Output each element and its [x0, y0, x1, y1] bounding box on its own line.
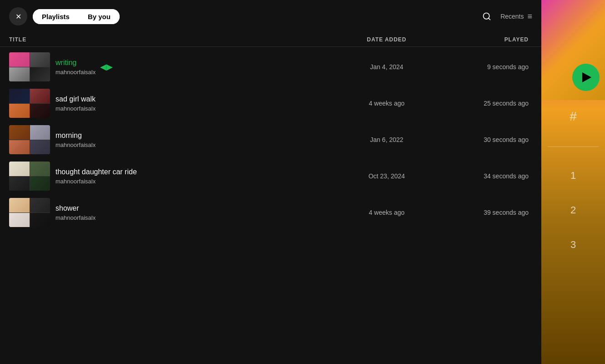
list-icon: ≡: [527, 12, 532, 21]
thumb-cell: [30, 140, 50, 155]
thumb-cell: [9, 67, 30, 82]
playlist-owner: mahnoorfaisalx: [55, 178, 137, 185]
thumb-cell: [9, 213, 30, 228]
playlist-info: sad girl walk mahnoorfaisalx: [50, 95, 341, 112]
table-row[interactable]: morning mahnoorfaisalx Jan 6, 2022 30 se…: [0, 121, 541, 158]
thumb-cell: [9, 198, 30, 212]
thumb-cell: [30, 52, 50, 67]
playlist-name: shower: [55, 204, 96, 212]
table-row[interactable]: thought daughter car ride mahnoorfaisalx…: [0, 158, 541, 194]
thumb-cell: [9, 104, 30, 118]
playlist-info: shower mahnoorfaisalx: [50, 204, 341, 221]
table-row[interactable]: writing mahnoorfaisalx ◀▶ Jan 4, 2024 9 …: [0, 49, 541, 85]
table-row[interactable]: shower mahnoorfaisalx 4 weeks ago 39 sec…: [0, 194, 541, 231]
playlist-name: writing: [55, 59, 96, 67]
filter-playlists[interactable]: Playlists: [33, 9, 79, 24]
now-playing-art: [541, 0, 605, 100]
date-cell: Oct 23, 2024: [341, 172, 432, 180]
sidebar-numbers: # 1 2 3: [541, 100, 605, 260]
playlist-owner: mahnoorfaisalx: [55, 214, 96, 221]
playlist-owner: mahnoorfaisalx: [55, 69, 96, 76]
playlist-thumbnail: [9, 162, 50, 191]
filter-pill: Playlists By you: [33, 9, 120, 24]
thumb-cell: [30, 89, 50, 103]
thumb-cell: [30, 125, 50, 140]
played-cell: 39 seconds ago: [432, 209, 532, 216]
volume-icon: ◀▶: [100, 62, 113, 72]
playlist-text: shower mahnoorfaisalx: [55, 204, 96, 221]
playlist-name: morning: [55, 131, 96, 140]
playlist-thumbnail: [9, 198, 50, 227]
table-row[interactable]: sad girl walk mahnoorfaisalx 4 weeks ago…: [0, 85, 541, 121]
search-button[interactable]: [479, 8, 495, 25]
thumb-cell: [9, 140, 30, 155]
playlist-text: thought daughter car ride mahnoorfaisalx: [55, 168, 137, 185]
playlist-text: sad girl walk mahnoorfaisalx: [55, 95, 96, 112]
played-cell: 34 seconds ago: [432, 172, 532, 180]
thumb-cell: [9, 177, 30, 191]
playlist-info: writing mahnoorfaisalx ◀▶: [50, 59, 341, 76]
playlist-name: thought daughter car ride: [55, 168, 137, 176]
sidebar-divider: [548, 147, 599, 147]
date-cell: 4 weeks ago: [341, 209, 432, 216]
play-icon: [582, 72, 591, 82]
filter-by-you[interactable]: By you: [79, 9, 120, 24]
thumb-cell: [9, 125, 30, 140]
playlist-text: morning mahnoorfaisalx: [55, 131, 96, 148]
played-cell: 30 seconds ago: [432, 136, 532, 143]
col-date-header: Date Added: [341, 36, 432, 43]
search-icon: [482, 12, 491, 21]
playlist-text: writing mahnoorfaisalx: [55, 59, 96, 76]
close-icon: ✕: [15, 12, 21, 21]
recents-area[interactable]: Recents ≡: [500, 12, 532, 21]
playlist-name: sad girl walk: [55, 95, 96, 103]
sidebar-num-1: 1: [570, 170, 576, 182]
sidebar-num-2: 2: [570, 204, 576, 216]
played-cell: 9 seconds ago: [432, 63, 532, 71]
date-cell: Jan 6, 2022: [341, 136, 432, 143]
col-played-header: Played: [432, 36, 532, 43]
close-button[interactable]: ✕: [9, 7, 27, 25]
sidebar-num-3: 3: [570, 239, 576, 251]
playlist-list: writing mahnoorfaisalx ◀▶ Jan 4, 2024 9 …: [0, 49, 541, 364]
thumb-cell: [9, 52, 30, 67]
thumb-cell: [30, 198, 50, 212]
thumb-cell: [30, 213, 50, 228]
playlist-info: thought daughter car ride mahnoorfaisalx: [50, 168, 341, 185]
play-button[interactable]: [572, 64, 600, 91]
thumb-cell: [9, 89, 30, 103]
date-cell: Jan 4, 2024: [341, 63, 432, 71]
svg-line-1: [489, 18, 490, 20]
playlist-owner: mahnoorfaisalx: [55, 105, 96, 112]
played-cell: 25 seconds ago: [432, 100, 532, 107]
hash-symbol: #: [570, 109, 577, 124]
playlist-thumbnail: [9, 52, 50, 81]
date-cell: 4 weeks ago: [341, 100, 432, 107]
playlist-owner: mahnoorfaisalx: [55, 142, 96, 148]
main-panel: ✕ Playlists By you Recents ≡ Title Date …: [0, 0, 541, 364]
thumb-cell: [9, 162, 30, 176]
recents-label: Recents: [500, 13, 524, 20]
right-sidebar: # 1 2 3: [541, 0, 605, 364]
header: ✕ Playlists By you Recents ≡: [0, 0, 541, 33]
thumb-cell: [30, 177, 50, 191]
playlist-thumbnail: [9, 89, 50, 118]
thumb-cell: [30, 67, 50, 82]
thumb-cell: [30, 104, 50, 118]
thumb-cell: [30, 162, 50, 176]
column-headers: Title Date Added Played: [0, 33, 541, 47]
col-title-header: Title: [9, 36, 341, 43]
playlist-info: morning mahnoorfaisalx: [50, 131, 341, 148]
playlist-thumbnail: [9, 125, 50, 154]
